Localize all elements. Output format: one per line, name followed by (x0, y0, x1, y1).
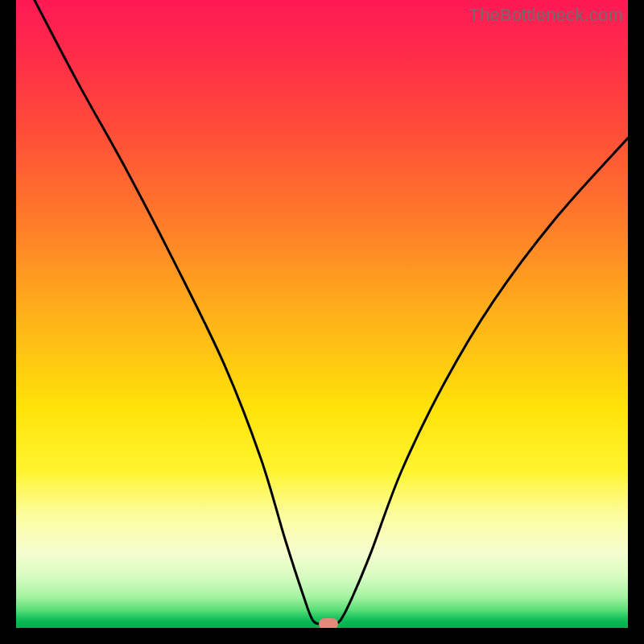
chart-stage: TheBottleneck.com (0, 0, 644, 644)
minimum-marker (319, 618, 338, 628)
bottleneck-curve (35, 0, 628, 625)
curve-svg (16, 0, 628, 628)
plot-area (16, 0, 628, 628)
